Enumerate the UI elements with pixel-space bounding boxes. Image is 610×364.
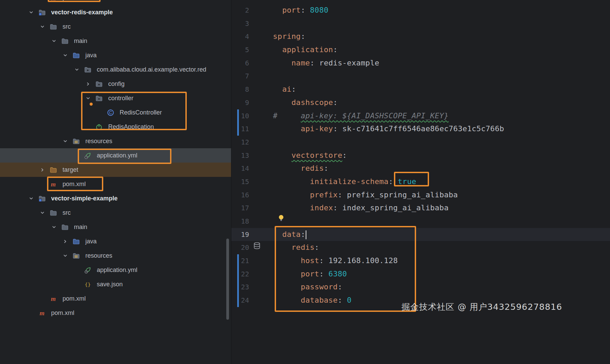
line-number[interactable]: 14 — [231, 162, 249, 175]
code-line-10[interactable]: 10# api-key: ${AI_DASHSCOPE_API_KEY} — [231, 109, 610, 123]
tree-item-com.alibaba.cloud.ai.example.vector.red[interactable]: com.alibaba.cloud.ai.example.vector.red — [0, 62, 231, 77]
tree-item-main[interactable]: main — [0, 34, 231, 48]
chevron-down-icon[interactable] — [61, 248, 70, 263]
chevron-down-icon[interactable] — [27, 191, 35, 206]
tree-item-target[interactable]: target — [0, 163, 231, 177]
chevron-right-icon[interactable] — [61, 234, 70, 248]
tree-item-vector-simple-example[interactable]: vector-simple-example — [0, 191, 231, 206]
annotation-dot — [90, 103, 93, 106]
line-number[interactable]: 16 — [231, 188, 249, 202]
datasource-database-icon[interactable] — [253, 242, 261, 249]
tree-item-main[interactable]: main — [0, 220, 231, 234]
code-line-9[interactable]: 9 dashscope: — [231, 96, 610, 109]
code-line-14[interactable]: 14 redis: — [231, 162, 610, 175]
code-line-6[interactable]: 6 name: redis-example — [231, 57, 610, 70]
code-line-15[interactable]: 15 initialize-schema: true — [231, 175, 610, 188]
code-line-16[interactable]: 16 prefix: prefix_spring_ai_alibaba — [231, 188, 610, 202]
vcs-change-marker[interactable] — [237, 254, 239, 307]
maven-icon: m — [38, 309, 46, 317]
line-number[interactable]: 15 — [231, 175, 249, 188]
line-number[interactable]: 11 — [231, 122, 249, 136]
code-line-23[interactable]: 23 password: — [231, 280, 610, 294]
line-number[interactable]: 5 — [231, 43, 249, 57]
tree-item-application.yml[interactable]: application.yml — [0, 263, 231, 277]
line-number[interactable]: 2 — [231, 4, 249, 17]
tree-item-pom.xml[interactable]: mpom.xml — [0, 0, 231, 5]
line-number[interactable]: 19 — [231, 228, 249, 241]
intention-lightbulb-icon[interactable] — [277, 214, 285, 222]
code-text: data: — [273, 228, 306, 241]
tree-item-pom.xml[interactable]: mpom.xml — [0, 306, 231, 320]
code-line-2[interactable]: 2 port: 8080 — [231, 4, 610, 17]
tree-item-pom.xml[interactable]: mpom.xml — [0, 177, 231, 191]
line-number[interactable]: 17 — [231, 201, 249, 215]
tree-item-java[interactable]: java — [0, 234, 231, 248]
code-token — [273, 124, 301, 133]
line-number[interactable]: 3 — [231, 17, 249, 30]
chevron-down-icon[interactable] — [49, 34, 58, 48]
chevron-down-icon[interactable] — [27, 5, 35, 19]
maven-icon: m — [50, 180, 57, 188]
tree-item-application.yml[interactable]: application.yml — [0, 148, 231, 163]
line-number[interactable]: 4 — [231, 30, 249, 43]
tree-item-vector-redis-example[interactable]: vector-redis-example — [0, 5, 231, 19]
line-number[interactable]: 8 — [231, 83, 249, 96]
code-line-20[interactable]: 20 redis: — [231, 241, 610, 254]
code-token — [273, 164, 301, 172]
chevron-right-icon[interactable] — [84, 77, 93, 91]
code-token — [273, 243, 291, 252]
line-number[interactable]: 9 — [231, 96, 249, 109]
code-line-21[interactable]: 21 host: 192.168.100.128 — [231, 254, 610, 268]
line-number[interactable]: 6 — [231, 57, 249, 70]
vcs-change-marker[interactable] — [237, 109, 239, 136]
chevron-down-icon[interactable] — [49, 220, 58, 234]
line-number[interactable]: 10 — [231, 109, 249, 123]
code-line-3[interactable]: 3 — [231, 17, 610, 30]
chevron-down-icon[interactable] — [38, 19, 47, 34]
line-number[interactable]: 12 — [231, 136, 249, 149]
chevron-down-icon[interactable] — [61, 134, 70, 148]
tree-scrollbar[interactable] — [226, 239, 229, 320]
chevron-right-icon[interactable] — [38, 163, 47, 177]
svg-text:C: C — [109, 110, 112, 115]
code-line-7[interactable]: 7 — [231, 70, 610, 83]
line-number[interactable]: 24 — [231, 294, 249, 307]
chevron-down-icon[interactable] — [61, 48, 70, 62]
tree-item-controller[interactable]: controller — [0, 91, 231, 105]
line-number[interactable]: 13 — [231, 149, 249, 162]
code-line-22[interactable]: 22 port: 6380 — [231, 268, 610, 281]
maven-icon: m — [50, 0, 57, 2]
line-number[interactable]: 22 — [231, 268, 249, 281]
code-line-13[interactable]: 13 vectorstore: — [231, 149, 610, 162]
code-text: port: 6380 — [273, 268, 347, 281]
tree-item-redisapplication[interactable]: RedisApplication — [0, 120, 231, 134]
tree-item-java[interactable]: java — [0, 48, 231, 62]
chevron-down-icon[interactable] — [72, 62, 81, 77]
code-line-5[interactable]: 5 application: — [231, 43, 610, 57]
chevron-down-icon[interactable] — [38, 206, 47, 220]
line-number[interactable]: 21 — [231, 254, 249, 268]
code-line-18[interactable]: 18 — [231, 215, 610, 228]
code-line-17[interactable]: 17 index: index_spring_ai_alibaba — [231, 201, 610, 215]
code-token: database — [301, 296, 338, 304]
tree-item-rediscontroller[interactable]: CRedisController — [0, 105, 231, 120]
tree-item-save.json[interactable]: {}save.json — [0, 277, 231, 291]
tree-item-resources[interactable]: resources — [0, 248, 231, 263]
tree-item-pom.xml[interactable]: mpom.xml — [0, 291, 231, 306]
code-line-19[interactable]: 19 data: — [231, 228, 610, 241]
tree-item-src[interactable]: src — [0, 19, 231, 34]
line-number[interactable]: 20 — [231, 241, 249, 254]
tree-item-src[interactable]: src — [0, 206, 231, 220]
code-line-12[interactable]: 12 — [231, 136, 610, 149]
code-line-4[interactable]: 4spring: — [231, 30, 610, 43]
tree-item-resources[interactable]: resources — [0, 134, 231, 148]
code-token — [273, 59, 291, 67]
line-number[interactable]: 7 — [231, 70, 249, 83]
line-number[interactable]: 23 — [231, 280, 249, 294]
code-line-11[interactable]: 11 api-key: sk-c71641c7ff6546ae86ec763e1… — [231, 122, 610, 136]
code-token — [273, 151, 291, 160]
tree-item-config[interactable]: config — [0, 77, 231, 91]
code-token: : — [388, 177, 398, 186]
code-line-8[interactable]: 8 ai: — [231, 83, 610, 96]
line-number[interactable]: 18 — [231, 215, 249, 228]
